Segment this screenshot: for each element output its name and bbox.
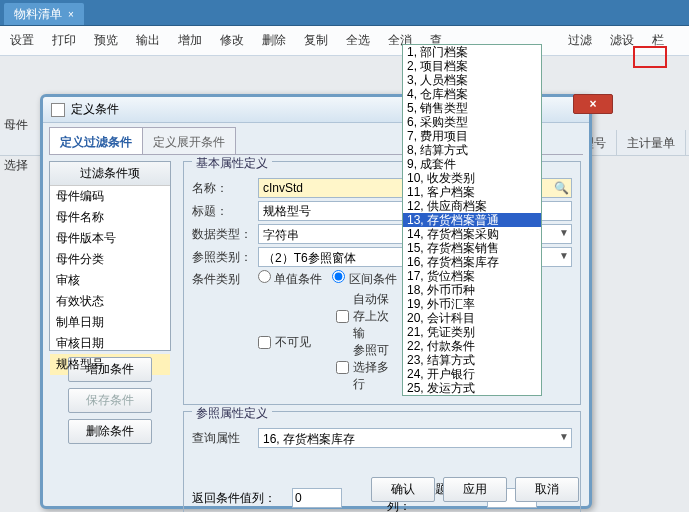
left-column: 过滤条件项 母件编码母件名称母件版本号母件分类审核有效状态制单日期审核日期规格型… — [45, 157, 175, 502]
dropdown-option[interactable]: 6, 采购类型 — [403, 115, 541, 129]
list-item[interactable]: 制单日期 — [50, 312, 170, 333]
dropdown-option[interactable]: 22, 付款条件 — [403, 339, 541, 353]
chk-hidden[interactable]: 不可见 — [258, 291, 320, 393]
dropdown-option[interactable]: 23, 结算方式 — [403, 353, 541, 367]
dropdown-option[interactable]: 26, 客户分类 — [403, 395, 541, 396]
lbl-qattr: 查询属性 — [192, 430, 254, 447]
list-item[interactable]: 母件编码 — [50, 186, 170, 207]
menu-打印[interactable]: 打印 — [44, 28, 84, 53]
radio-single[interactable]: 单值条件 — [258, 270, 322, 288]
dropdown-option[interactable]: 14, 存货档案采购 — [403, 227, 541, 241]
chk-multi[interactable]: 参照可选择多行 — [336, 342, 398, 393]
menu-输出[interactable]: 输出 — [128, 28, 168, 53]
dropdown-option[interactable]: 24, 开户银行 — [403, 367, 541, 381]
tab-filter-cond[interactable]: 定义过滤条件 — [49, 127, 143, 154]
delete-condition-button[interactable]: 删除条件 — [68, 419, 152, 444]
lbl-retcol: 返回条件值列： — [192, 490, 288, 507]
list-item[interactable]: 审核日期 — [50, 333, 170, 354]
menu-复制[interactable]: 复制 — [296, 28, 336, 53]
list-item[interactable]: 母件名称 — [50, 207, 170, 228]
lbl-name: 名称： — [192, 180, 254, 197]
lbl-ctype: 条件类别 — [192, 271, 254, 288]
dropdown-option[interactable]: 15, 存货档案销售 — [403, 241, 541, 255]
cancel-button[interactable]: 取消 — [515, 477, 579, 502]
document-tabs: 物料清单 × — [0, 0, 689, 26]
dialog-title: 定义条件 — [71, 101, 119, 118]
search-icon[interactable]: 🔍 — [554, 181, 569, 195]
chevron-down-icon: ▼ — [559, 431, 569, 442]
tab-material-list[interactable]: 物料清单 × — [4, 3, 84, 25]
dropdown-option[interactable]: 4, 仓库档案 — [403, 87, 541, 101]
menu-预览[interactable]: 预览 — [86, 28, 126, 53]
dropdown-option[interactable]: 3, 人员档案 — [403, 73, 541, 87]
save-condition-button: 保存条件 — [68, 388, 152, 413]
lbl-dtype: 数据类型： — [192, 226, 254, 243]
dropdown-option[interactable]: 18, 外币币种 — [403, 283, 541, 297]
chk-autosave[interactable]: 自动保存上次输 — [336, 291, 398, 342]
menu-过滤[interactable]: 过滤 — [560, 28, 600, 53]
dropdown-option[interactable]: 20, 会计科目 — [403, 311, 541, 325]
dropdown-option[interactable]: 12, 供应商档案 — [403, 199, 541, 213]
dropdown-option[interactable]: 11, 客户档案 — [403, 185, 541, 199]
ok-button[interactable]: 确认 — [371, 477, 435, 502]
list-item[interactable]: 有效状态 — [50, 291, 170, 312]
query-attr-select[interactable]: 16, 存货档案库存▼ — [258, 428, 572, 448]
tab-expand-cond[interactable]: 定义展开条件 — [142, 127, 236, 154]
dropdown-option[interactable]: 21, 凭证类别 — [403, 325, 541, 339]
retcol-input[interactable] — [292, 488, 342, 508]
dropdown-option[interactable]: 25, 发运方式 — [403, 381, 541, 395]
menu-栏[interactable]: 栏 — [644, 28, 672, 53]
condition-list[interactable]: 过滤条件项 母件编码母件名称母件版本号母件分类审核有效状态制单日期审核日期规格型… — [49, 161, 171, 351]
tab-label: 物料清单 — [14, 6, 62, 23]
menu-item16[interactable] — [542, 37, 558, 45]
dropdown-option[interactable]: 10, 收发类别 — [403, 171, 541, 185]
dropdown-option[interactable]: 13, 存货档案普通 — [403, 213, 541, 227]
dropdown-option[interactable]: 5, 销售类型 — [403, 101, 541, 115]
chevron-down-icon: ▼ — [559, 250, 569, 261]
col-uom[interactable]: 主计量单 — [617, 130, 686, 155]
list-item[interactable]: 母件版本号 — [50, 228, 170, 249]
chevron-down-icon: ▼ — [559, 227, 569, 238]
lbl-rtype: 参照类别： — [192, 249, 254, 266]
list-item[interactable]: 母件分类 — [50, 249, 170, 270]
archive-dropdown[interactable]: 1, 部门档案2, 项目档案3, 人员档案4, 仓库档案5, 销售类型6, 采购… — [402, 44, 542, 396]
dropdown-option[interactable]: 8, 结算方式 — [403, 143, 541, 157]
dropdown-option[interactable]: 1, 部门档案 — [403, 45, 541, 59]
menu-全选[interactable]: 全选 — [338, 28, 378, 53]
dialog-icon — [51, 103, 65, 117]
dropdown-option[interactable]: 9, 成套件 — [403, 157, 541, 171]
toolbar: 设置打印预览输出增加修改删除复制全选全消查过滤滤设栏 — [0, 26, 689, 56]
dropdown-option[interactable]: 7, 费用项目 — [403, 129, 541, 143]
radio-range[interactable]: 区间条件 — [332, 270, 396, 288]
dropdown-option[interactable]: 2, 项目档案 — [403, 59, 541, 73]
menu-增加[interactable]: 增加 — [170, 28, 210, 53]
condition-list-header: 过滤条件项 — [50, 162, 170, 186]
dialog-close-button[interactable]: × — [573, 94, 613, 114]
menu-修改[interactable]: 修改 — [212, 28, 252, 53]
dropdown-option[interactable]: 19, 外币汇率 — [403, 297, 541, 311]
menu-设置[interactable]: 设置 — [2, 28, 42, 53]
dialog-footer: 确认 应用 取消 — [371, 477, 579, 502]
list-item[interactable]: 审核 — [50, 270, 170, 291]
lbl-title: 标题： — [192, 203, 254, 220]
menu-滤设[interactable]: 滤设 — [602, 28, 642, 53]
dropdown-option[interactable]: 17, 货位档案 — [403, 269, 541, 283]
dropdown-option[interactable]: 16, 存货档案库存 — [403, 255, 541, 269]
apply-button[interactable]: 应用 — [443, 477, 507, 502]
menu-删除[interactable]: 删除 — [254, 28, 294, 53]
close-icon[interactable]: × — [68, 9, 74, 20]
